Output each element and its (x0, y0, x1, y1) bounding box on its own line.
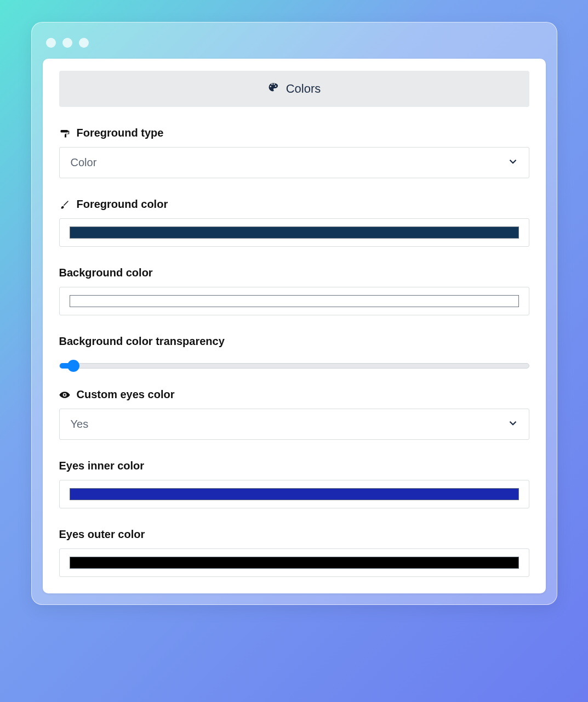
background-color-wrap (59, 287, 529, 315)
eye-icon (59, 389, 70, 400)
foreground-color-swatch[interactable] (70, 227, 519, 239)
window-dot (62, 38, 72, 48)
field-eyes-outer-color: Eyes outer color (59, 528, 529, 577)
eyes-inner-color-wrap (59, 480, 529, 508)
custom-eyes-color-value: Yes (71, 418, 89, 430)
palette-icon (267, 82, 278, 96)
transparency-slider[interactable] (59, 363, 529, 369)
window-frame: Colors Foreground type Color (31, 22, 557, 605)
eyes-outer-color-label: Eyes outer color (59, 528, 145, 541)
foreground-color-wrap (59, 218, 529, 247)
paint-roller-icon (59, 128, 70, 139)
foreground-type-select[interactable]: Color (59, 147, 529, 178)
eyes-outer-color-wrap (59, 548, 529, 577)
background-color-label: Background color (59, 267, 153, 279)
colors-panel: Colors Foreground type Color (43, 59, 546, 593)
field-foreground-color: Foreground color (59, 198, 529, 247)
field-foreground-type: Foreground type Color (59, 127, 529, 178)
custom-eyes-color-select[interactable]: Yes (59, 409, 529, 440)
slider-thumb[interactable] (67, 360, 79, 372)
eyes-outer-color-swatch[interactable] (70, 557, 519, 569)
brush-icon (59, 199, 70, 210)
section-header: Colors (59, 71, 529, 107)
foreground-color-label: Foreground color (77, 198, 168, 211)
foreground-type-value: Color (71, 156, 97, 168)
foreground-type-label: Foreground type (77, 127, 164, 139)
eyes-inner-color-label: Eyes inner color (59, 460, 145, 472)
custom-eyes-color-label: Custom eyes color (77, 388, 175, 401)
field-background-transparency: Background color transparency (59, 335, 529, 369)
field-background-color: Background color (59, 267, 529, 315)
window-titlebar (43, 33, 546, 59)
section-title: Colors (286, 82, 321, 96)
chevron-down-icon (507, 417, 519, 432)
background-color-swatch[interactable] (70, 295, 519, 307)
window-dot (46, 38, 56, 48)
window-dot (79, 38, 89, 48)
field-eyes-inner-color: Eyes inner color (59, 460, 529, 508)
background-transparency-label: Background color transparency (59, 335, 225, 348)
field-custom-eyes-color: Custom eyes color Yes (59, 388, 529, 440)
eyes-inner-color-swatch[interactable] (70, 488, 519, 500)
chevron-down-icon (507, 155, 519, 170)
